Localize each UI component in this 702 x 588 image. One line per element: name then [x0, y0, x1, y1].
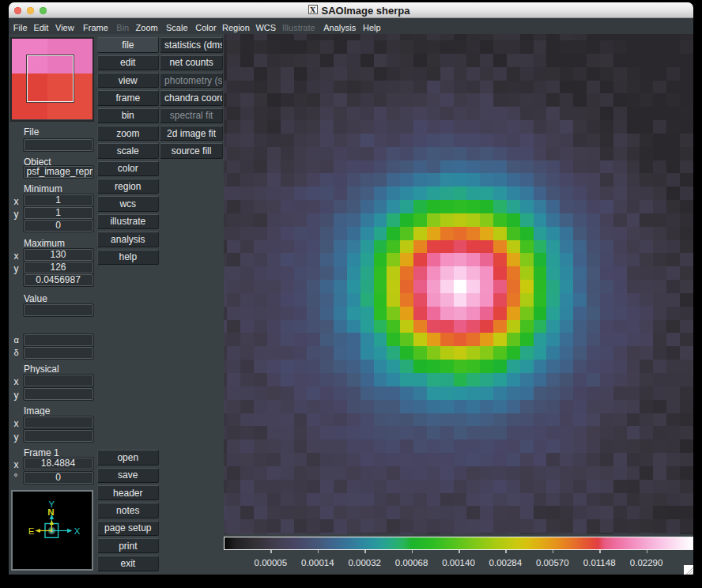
svg-text:E: E — [28, 526, 35, 536]
svg-text:X: X — [74, 526, 81, 536]
svg-text:N: N — [47, 507, 54, 517]
